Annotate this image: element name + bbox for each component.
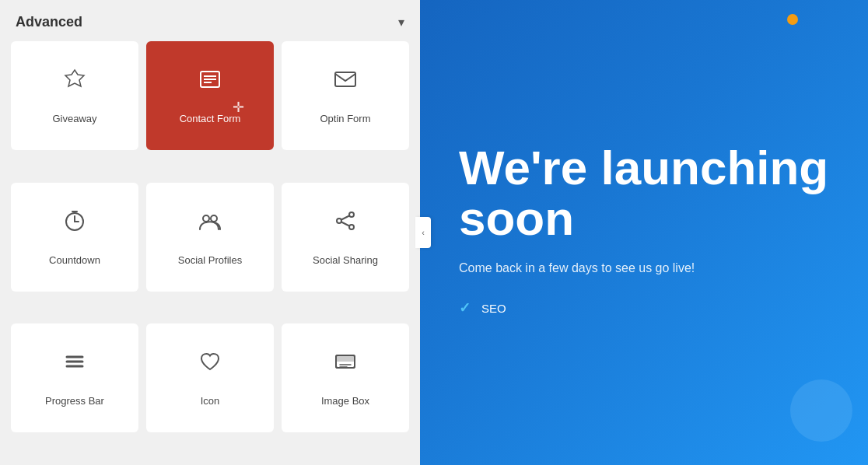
left-panel: Advanced ▾ Giveaway [0, 0, 420, 465]
social-profiles-icon [198, 208, 222, 246]
svg-point-9 [203, 215, 209, 222]
image-box-label: Image Box [321, 395, 369, 407]
svg-line-15 [341, 222, 349, 226]
giveaway-icon [62, 67, 87, 105]
feature-label-seo: SEO [481, 302, 506, 315]
grid-item-optin-form[interactable]: Optin Form [282, 41, 409, 150]
image-box-icon [333, 349, 358, 387]
icon-widget-icon [198, 349, 222, 387]
icon-label: Icon [201, 395, 220, 407]
grid-item-contact-form[interactable]: Contact Form ✛ [146, 41, 274, 150]
svg-rect-4 [335, 72, 355, 86]
panel-title: Advanced [16, 14, 82, 30]
grid-item-social-profiles[interactable]: Social Profiles [146, 183, 274, 292]
social-profiles-label: Social Profiles [178, 254, 242, 266]
giveaway-label: Giveaway [52, 113, 96, 124]
check-icon: ✓ [459, 299, 471, 316]
grid-item-countdown[interactable]: Countdown [11, 183, 138, 292]
preview-content: We're launching soon Come back in a few … [459, 142, 829, 323]
svg-point-11 [349, 212, 354, 217]
svg-point-13 [349, 225, 354, 229]
left-panel-wrapper: Advanced ▾ Giveaway [0, 0, 420, 465]
progress-bar-icon [62, 349, 87, 387]
svg-point-12 [337, 219, 341, 223]
grid-item-giveaway[interactable]: Giveaway [11, 41, 138, 150]
preview-panel: We're launching soon Come back in a few … [420, 0, 868, 465]
feature-list: ✓ SEO [459, 299, 829, 316]
progress-bar-label: Progress Bar [45, 395, 104, 407]
countdown-label: Countdown [49, 254, 100, 266]
grid-item-image-box[interactable]: Image Box [282, 323, 409, 432]
grid-item-social-sharing[interactable]: Social Sharing [282, 183, 409, 292]
collapse-panel-tab[interactable]: ‹ [415, 217, 431, 248]
decorative-dot-orange [787, 14, 798, 25]
feature-item-seo: ✓ SEO [459, 299, 829, 316]
svg-point-10 [211, 215, 217, 222]
decorative-dot-blue [790, 379, 852, 442]
social-sharing-label: Social Sharing [313, 254, 378, 266]
chevron-down-icon[interactable]: ▾ [398, 15, 404, 30]
panel-header: Advanced ▾ [0, 0, 420, 41]
contact-form-icon [198, 67, 222, 105]
collapse-chevron-icon: ‹ [422, 228, 425, 237]
contact-form-label: Contact Form [180, 113, 241, 124]
widget-grid: Giveaway Contact Form ✛ [0, 41, 420, 465]
preview-heading: We're launching soon [459, 142, 829, 243]
grid-item-icon[interactable]: Icon [146, 323, 274, 432]
move-cursor-icon: ✛ [233, 99, 244, 116]
optin-form-label: Optin Form [320, 113, 370, 124]
countdown-icon [62, 208, 87, 246]
optin-form-icon [333, 67, 358, 105]
grid-item-progress-bar[interactable]: Progress Bar [11, 323, 138, 432]
svg-rect-21 [336, 355, 355, 362]
svg-line-14 [341, 215, 349, 219]
preview-subtext: Come back in a few days to see us go liv… [459, 259, 708, 278]
social-sharing-icon [333, 208, 358, 246]
